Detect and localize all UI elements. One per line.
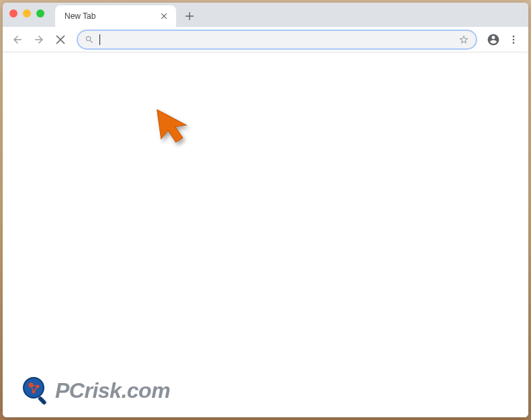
nav-forward-button[interactable] <box>30 30 48 49</box>
new-tab-button[interactable] <box>180 7 199 26</box>
svg-rect-7 <box>38 396 47 405</box>
tab-title: New Tab <box>65 11 95 21</box>
watermark: PCrisk.com <box>22 376 170 405</box>
tab-close-button[interactable] <box>159 11 169 22</box>
browser-menu-button[interactable] <box>504 30 523 49</box>
browser-toolbar <box>3 27 528 52</box>
close-icon <box>161 13 167 19</box>
nav-back-button[interactable] <box>8 30 27 49</box>
kebab-menu-icon <box>508 34 519 45</box>
cursor-arrow-icon <box>154 105 200 151</box>
window-minimize-button[interactable] <box>23 9 31 17</box>
svg-point-2 <box>513 42 515 44</box>
svg-point-1 <box>513 38 515 40</box>
watermark-text: PCrisk.com <box>55 378 170 403</box>
cursor-pointer-overlay <box>154 105 200 153</box>
window-controls <box>9 9 44 17</box>
arrow-left-icon <box>11 34 24 46</box>
text-cursor <box>99 34 100 45</box>
page-content: PCrisk.com <box>3 52 528 417</box>
nav-stop-button[interactable] <box>51 30 70 49</box>
watermark-logo <box>22 376 51 405</box>
window-close-button[interactable] <box>9 9 17 17</box>
magnifier-logo-icon <box>22 376 51 405</box>
svg-point-3 <box>24 378 44 398</box>
plus-icon <box>186 12 194 20</box>
profile-button[interactable] <box>484 30 503 49</box>
person-icon <box>487 33 500 46</box>
search-icon <box>85 35 94 44</box>
tab-strip: New Tab <box>3 3 528 27</box>
browser-tab[interactable]: New Tab <box>55 5 176 27</box>
close-icon <box>56 35 65 44</box>
browser-window: New Tab <box>3 3 528 417</box>
toolbar-right <box>484 30 523 49</box>
bookmark-star-icon[interactable] <box>458 34 469 45</box>
window-maximize-button[interactable] <box>36 9 44 17</box>
address-input[interactable] <box>106 34 453 45</box>
address-bar[interactable] <box>77 30 477 50</box>
arrow-right-icon <box>33 34 45 46</box>
svg-point-0 <box>513 36 515 38</box>
